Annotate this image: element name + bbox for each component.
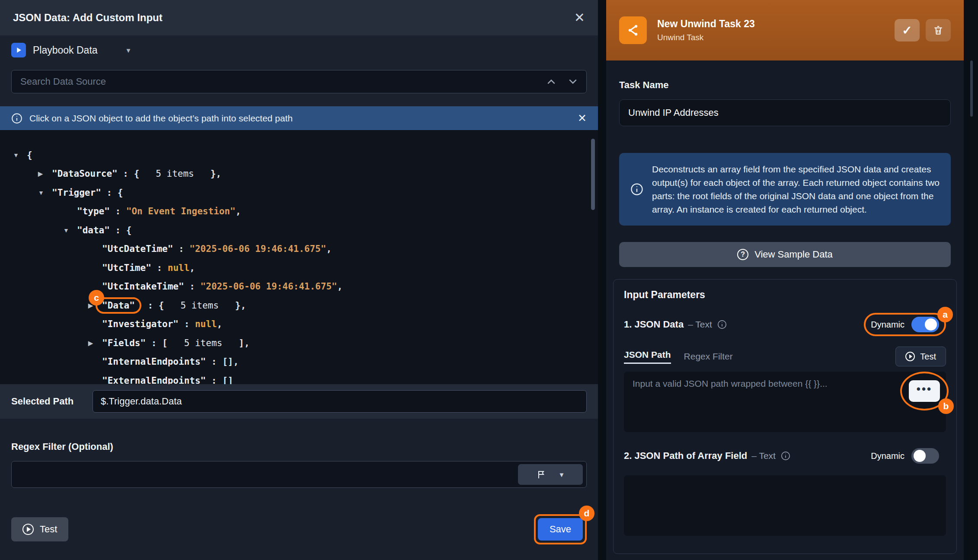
task-body: Task Name Deconstructs an array field fr… — [606, 60, 964, 560]
test-button[interactable]: Test — [11, 517, 68, 541]
json-token: , — [236, 206, 241, 216]
dialog-footer: Regex Filter (Optional) ▼ Test Save d — [0, 419, 598, 560]
play-icon — [22, 524, 34, 535]
json-token: : — [206, 356, 222, 367]
chevron-up-icon[interactable] — [547, 79, 556, 85]
json-token: "2025-06-06 19:46:41.675" — [201, 281, 337, 292]
json-token: : — [206, 375, 222, 384]
json-tree-line[interactable]: "InternalEndpoints" : [], — [0, 353, 598, 372]
json-token: , — [337, 281, 343, 292]
collapse-icon[interactable]: ▼ — [38, 189, 44, 196]
annotation-ring-d: Save — [534, 514, 587, 544]
collapse-icon[interactable]: ▼ — [13, 152, 19, 159]
json-token: "UtcDateTime" — [102, 244, 173, 254]
json-token: : — [110, 206, 126, 216]
dialog-title: JSON Data: Add Custom Input — [13, 12, 163, 24]
task-subtitle: Unwind Task — [657, 33, 755, 42]
json-tree-line[interactable]: "type" : "On Event Ingestion", — [0, 202, 598, 221]
json-tree-line[interactable]: "Investigator" : null, — [0, 315, 598, 334]
json-tree-line[interactable]: "UtcTime" : null, — [0, 258, 598, 277]
chevron-down-icon[interactable] — [568, 79, 578, 85]
expand-icon[interactable]: ▶ — [38, 170, 43, 177]
view-sample-data-button[interactable]: ? View Sample Data — [619, 242, 951, 267]
json-token: 5 items — [180, 300, 219, 311]
annotation-ring-b-wrap: ••• b — [900, 372, 949, 410]
json-tree: ▼{▶"DataSource" : { 5 items },▼"Trigger"… — [0, 130, 598, 384]
play-icon — [905, 352, 915, 361]
json-token: "InternalEndpoints" — [102, 356, 206, 367]
json-tree-line[interactable]: ▼{ — [0, 146, 598, 165]
input-parameters-heading: Input Parameters — [624, 289, 946, 301]
json-tree-line[interactable]: "ExternalEndpoints" : [] — [0, 371, 598, 384]
regex-filter-input[interactable] — [19, 469, 518, 480]
json-path-input-wrap: ••• b — [624, 372, 946, 432]
view-sample-data-label: View Sample Data — [754, 249, 833, 260]
task-description-box: Deconstructs an array field from the spe… — [619, 153, 951, 226]
param-1-tabs: JSON Path Regex Filter Test — [624, 347, 946, 366]
json-token: : { — [110, 225, 132, 235]
info-icon — [630, 183, 643, 196]
delete-button[interactable] — [926, 19, 951, 41]
scrollbar-thumb[interactable] — [970, 60, 973, 117]
param-2-name: 2. JSON Path of Array Field — [624, 450, 747, 461]
json-token: "Fields" — [102, 338, 146, 348]
json-token: , — [326, 244, 332, 254]
regex-flags-button[interactable]: ▼ — [518, 464, 583, 485]
json-path-input[interactable] — [624, 372, 946, 432]
dynamic-toggle[interactable] — [911, 317, 939, 332]
json-tree-line[interactable]: ▶"DataSource" : { 5 items }, — [0, 165, 598, 184]
selected-path-input[interactable] — [93, 390, 587, 413]
task-title: New Unwind Task 23 — [657, 18, 755, 30]
json-tree-line[interactable]: ▶"Data"c : { 5 items }, — [0, 296, 598, 315]
annotation-ring-d-wrap: Save d — [534, 514, 587, 544]
task-description: Deconstructs an array field from the spe… — [652, 162, 940, 216]
tab-json-path[interactable]: JSON Path — [624, 350, 671, 364]
param-2-dynamic: Dynamic — [864, 444, 946, 468]
json-token: "UtcIntakeTime" — [102, 281, 184, 292]
data-source-selector[interactable]: Playbook Data ▼ — [0, 35, 598, 65]
json-tree-line[interactable]: ▼"data" : { — [0, 221, 598, 240]
param-test-label: Test — [920, 352, 936, 362]
task-name-input[interactable] — [619, 99, 951, 126]
json-token: : — [151, 263, 168, 273]
confirm-button[interactable]: ✓ — [895, 19, 920, 41]
json-token: null — [168, 263, 190, 273]
json-tree-line[interactable]: ▶"Fields" : [ 5 items ], — [0, 334, 598, 353]
json-token: [ — [162, 338, 184, 348]
expand-editor-button[interactable]: ••• — [909, 380, 940, 402]
json-token: "Trigger" — [52, 188, 101, 198]
dialog-header: JSON Data: Add Custom Input ✕ — [0, 0, 598, 35]
unwind-task-icon — [619, 16, 647, 44]
chevron-down-icon[interactable]: ▼ — [125, 47, 132, 54]
close-icon[interactable]: ✕ — [574, 11, 585, 24]
json-token: 5 items — [156, 169, 194, 179]
json-tree-line[interactable]: ▼"Trigger" : { — [0, 183, 598, 202]
selected-path-label: Selected Path — [11, 396, 93, 407]
json-token: ], — [222, 338, 249, 348]
array-field-path-input[interactable] — [624, 475, 946, 536]
json-token: { — [159, 300, 181, 311]
json-token: "UtcTime" — [102, 263, 151, 273]
save-button[interactable]: Save — [538, 518, 583, 541]
expand-icon[interactable]: ▶ — [88, 340, 93, 347]
collapse-icon[interactable]: ▼ — [63, 227, 69, 234]
info-icon[interactable] — [717, 320, 727, 329]
dialog-actions: Test Save d — [11, 514, 587, 544]
question-icon: ? — [737, 249, 748, 260]
json-token: null — [195, 319, 217, 329]
param-2-header: 2. JSON Path of Array Field – Text Dynam… — [624, 444, 946, 468]
param-test-button[interactable]: Test — [895, 347, 946, 366]
json-token: "type" — [77, 206, 110, 216]
json-token: 5 items — [184, 338, 223, 348]
json-tree-line[interactable]: "UtcDateTime" : "2025-06-06 19:46:41.675… — [0, 240, 598, 259]
tab-regex-filter[interactable]: Regex Filter — [684, 351, 733, 362]
annotation-badge-a: a — [937, 307, 953, 322]
task-config-panel: New Unwind Task 23 Unwind Task ✓ Task Na… — [606, 0, 964, 560]
search-input[interactable] — [20, 76, 534, 87]
info-icon[interactable] — [781, 451, 790, 461]
banner-close-icon[interactable]: ✕ — [578, 112, 587, 124]
dynamic-label: Dynamic — [871, 320, 904, 330]
dynamic-toggle[interactable] — [911, 448, 939, 464]
json-token: "ExternalEndpoints" — [102, 375, 206, 384]
annotation-ring-c: "Data"c — [96, 297, 141, 314]
